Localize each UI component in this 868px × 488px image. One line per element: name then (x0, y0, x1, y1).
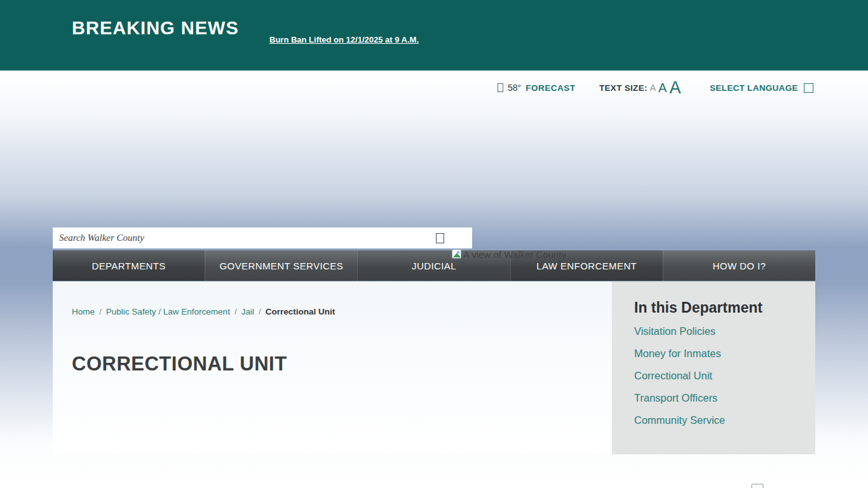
breadcrumb: Home / Public Safety / Law Enforcement /… (72, 307, 335, 316)
sidebar-link-correctional-unit[interactable]: Correctional Unit (634, 365, 725, 387)
nav-item-government-services[interactable]: GOVERNMENT SERVICES (205, 250, 357, 281)
broken-image-icon (452, 249, 461, 259)
breadcrumb-separator: / (234, 307, 237, 316)
page: BREAKING NEWS Burn Ban Lifted on 12/1/20… (0, 0, 868, 488)
breadcrumb-link-public-safety[interactable]: Public Safety / Law Enforcement (106, 307, 230, 316)
breadcrumb-separator: / (99, 307, 102, 316)
breadcrumb-separator: / (259, 307, 261, 316)
temperature-value: 58° (508, 83, 521, 93)
breadcrumb-current-page: Correctional Unit (266, 307, 336, 316)
sidebar-link-visitation-policies[interactable]: Visitation Policies (634, 320, 725, 342)
sidebar-link-money-for-inmates[interactable]: Money for Inmates (634, 342, 725, 365)
partial-image-icon (751, 484, 764, 488)
search-icon[interactable] (436, 233, 444, 243)
nav-item-departments[interactable]: DEPARTMENTS (53, 250, 205, 281)
breadcrumb-link-jail[interactable]: Jail (241, 307, 254, 316)
forecast-link[interactable]: FORECAST (526, 83, 575, 93)
burn-ban-alert-link[interactable]: Burn Ban Lifted on 12/1/2025 at 9 A.M. (269, 35, 419, 44)
text-size-large-button[interactable]: A (669, 79, 681, 97)
utility-bar: 58° FORECAST TEXT SIZE: A A A SELECT LAN… (0, 79, 868, 97)
text-size-control: TEXT SIZE: A A A (599, 79, 681, 97)
department-sidebar: In this Department Visitation Policies M… (612, 281, 815, 454)
sidebar-heading: In this Department (634, 299, 763, 316)
breadcrumb-link-home[interactable]: Home (72, 307, 95, 316)
weather-widget: 58° FORECAST (498, 79, 575, 97)
weather-icon (498, 83, 503, 92)
main-content-panel: Home / Public Safety / Law Enforcement /… (53, 281, 612, 454)
sidebar-link-transport-officers[interactable]: Transport Officers (634, 387, 725, 409)
search-input[interactable] (53, 227, 436, 248)
page-title: CORRECTIONAL UNIT (72, 353, 287, 376)
sidebar-link-community-service[interactable]: Community Service (634, 409, 725, 431)
breaking-news-title: BREAKING NEWS (72, 18, 239, 39)
nav-item-how-do-i[interactable]: HOW DO I? (663, 250, 815, 281)
sidebar-links: Visitation Policies Money for Inmates Co… (634, 320, 725, 431)
site-search (53, 227, 472, 248)
breaking-news-banner: BREAKING NEWS Burn Ban Lifted on 12/1/20… (0, 0, 868, 71)
main-navigation: DEPARTMENTS GOVERNMENT SERVICES JUDICIAL… (53, 250, 815, 281)
text-size-small-button[interactable]: A (650, 83, 656, 92)
select-language-label: SELECT LANGUAGE (710, 83, 798, 93)
text-size-label: TEXT SIZE: (599, 83, 648, 93)
hero-image-alt-text: A view of Walker County (463, 249, 566, 260)
select-language-control[interactable]: SELECT LANGUAGE (710, 79, 813, 97)
language-dropdown-icon[interactable] (804, 83, 813, 93)
hero-image-broken: A view of Walker County (452, 249, 566, 260)
text-size-medium-button[interactable]: A (658, 81, 667, 94)
